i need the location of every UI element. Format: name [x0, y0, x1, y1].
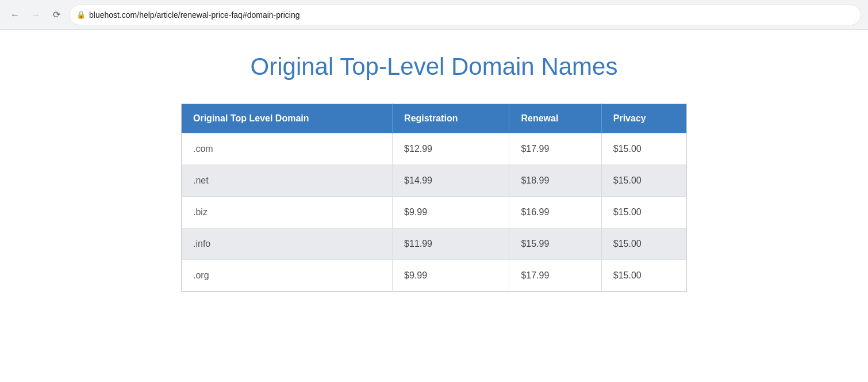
address-bar[interactable]: 🔒 bluehost.com/help/article/renewal-pric…: [69, 5, 861, 25]
cell-renewal: $17.99: [509, 260, 601, 292]
url-text: bluehost.com/help/article/renewal-price-…: [89, 10, 854, 20]
lock-icon: 🔒: [76, 10, 86, 19]
reload-button[interactable]: ⟳: [48, 7, 64, 23]
col-header-privacy: Privacy: [601, 104, 686, 133]
forward-button[interactable]: →: [28, 7, 44, 23]
page-content: Original Top-Level Domain Names Original…: [0, 30, 868, 315]
cell-registration: $12.99: [393, 133, 509, 165]
cell-domain: .biz: [182, 197, 393, 228]
cell-privacy: $15.00: [601, 197, 686, 228]
table-row: .net$14.99$18.99$15.00: [182, 165, 687, 197]
cell-registration: $9.99: [393, 260, 509, 292]
cell-renewal: $16.99: [509, 197, 601, 228]
cell-registration: $9.99: [393, 197, 509, 228]
back-button[interactable]: ←: [7, 7, 23, 23]
cell-domain: .com: [182, 133, 393, 165]
cell-privacy: $15.00: [601, 228, 686, 260]
table-row: .biz$9.99$16.99$15.00: [182, 197, 687, 228]
cell-renewal: $17.99: [509, 133, 601, 165]
browser-chrome: ← → ⟳ 🔒 bluehost.com/help/article/renewa…: [0, 0, 868, 30]
cell-renewal: $18.99: [509, 165, 601, 197]
cell-domain: .info: [182, 228, 393, 260]
table-row: .org$9.99$17.99$15.00: [182, 260, 687, 292]
table-row: .com$12.99$17.99$15.00: [182, 133, 687, 165]
cell-privacy: $15.00: [601, 165, 686, 197]
cell-privacy: $15.00: [601, 260, 686, 292]
page-title: Original Top-Level Domain Names: [251, 53, 618, 81]
col-header-registration: Registration: [393, 104, 509, 133]
table-header-row: Original Top Level Domain Registration R…: [182, 104, 687, 133]
cell-domain: .net: [182, 165, 393, 197]
cell-registration: $14.99: [393, 165, 509, 197]
cell-domain: .org: [182, 260, 393, 292]
table-row: .info$11.99$15.99$15.00: [182, 228, 687, 260]
domain-table: Original Top Level Domain Registration R…: [181, 104, 687, 292]
col-header-renewal: Renewal: [509, 104, 601, 133]
cell-privacy: $15.00: [601, 133, 686, 165]
cell-registration: $11.99: [393, 228, 509, 260]
col-header-domain: Original Top Level Domain: [182, 104, 393, 133]
cell-renewal: $15.99: [509, 228, 601, 260]
